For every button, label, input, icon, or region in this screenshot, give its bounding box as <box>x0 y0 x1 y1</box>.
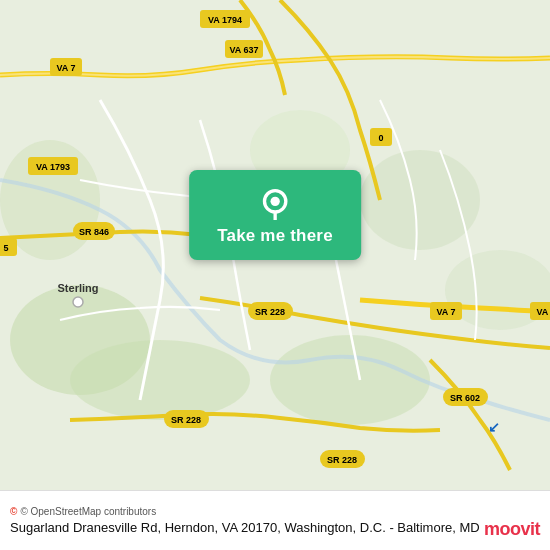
svg-point-35 <box>73 297 83 307</box>
svg-text:0: 0 <box>378 133 383 143</box>
svg-text:SR 228: SR 228 <box>171 415 201 425</box>
moovit-logo: moovit <box>484 519 540 540</box>
osm-credit: © © OpenStreetMap contributors <box>10 506 540 517</box>
svg-text:5: 5 <box>3 243 8 253</box>
svg-text:SR 602: SR 602 <box>450 393 480 403</box>
take-me-there-button[interactable]: Take me there <box>217 226 333 246</box>
svg-point-2 <box>70 340 250 420</box>
svg-text:VA 7: VA 7 <box>56 63 75 73</box>
green-box[interactable]: Take me there <box>189 170 361 260</box>
svg-point-38 <box>270 197 279 206</box>
svg-text:SR 228: SR 228 <box>255 307 285 317</box>
map-container: VA 1794 VA 7 VA 637 VA 1793 0 SR 846 Ste… <box>0 0 550 490</box>
address-line: Sugarland Dranesville Rd, Herndon, VA 20… <box>10 520 540 535</box>
svg-text:VA 7: VA 7 <box>536 307 550 317</box>
svg-text:VA 1793: VA 1793 <box>36 162 70 172</box>
osm-credit-text: © OpenStreetMap contributors <box>20 506 156 517</box>
svg-text:↙: ↙ <box>488 419 500 435</box>
location-pin-icon <box>259 188 291 220</box>
city-text: Washington, D.C. - Baltimore, MD <box>284 520 479 535</box>
svg-text:SR 228: SR 228 <box>327 455 357 465</box>
button-overlay: Take me there <box>189 170 361 260</box>
svg-point-4 <box>270 335 430 425</box>
svg-text:VA 1794: VA 1794 <box>208 15 242 25</box>
osm-logo: © <box>10 506 17 517</box>
bottom-bar: © © OpenStreetMap contributors Sugarland… <box>0 490 550 550</box>
svg-text:VA 7: VA 7 <box>436 307 455 317</box>
svg-text:SR 846: SR 846 <box>79 227 109 237</box>
svg-text:Sterling: Sterling <box>58 282 99 294</box>
svg-text:VA 637: VA 637 <box>229 45 258 55</box>
address-text: Sugarland Dranesville Rd, Herndon, VA 20… <box>10 520 281 535</box>
